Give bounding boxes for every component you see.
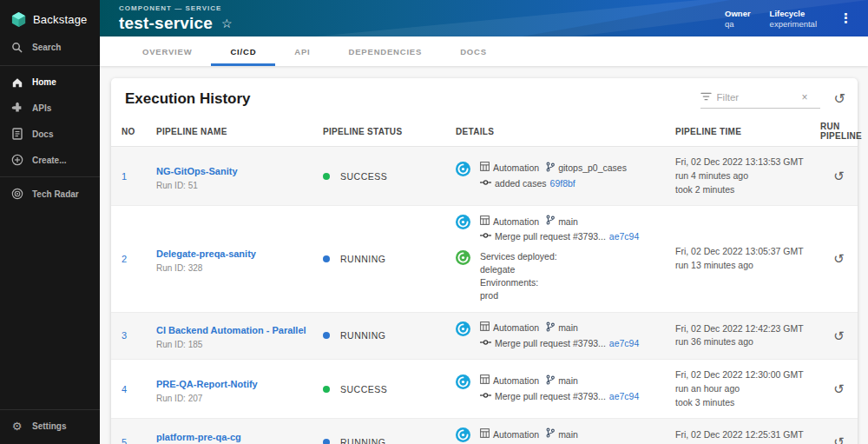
git-branch-icon (546, 427, 555, 441)
table-row: 1NG-GitOps-SanityRun ID: 51SUCCESSAutoma… (111, 147, 858, 206)
commit-icon (480, 177, 491, 190)
sidebar-nav: HomeAPIsDocsCreate...Tech Radar (0, 70, 100, 207)
detail-line: added cases69f8bf (480, 177, 627, 190)
entity-meta-owner: Ownerqa (725, 9, 751, 29)
card-title: Execution History (125, 90, 251, 108)
sidebar-item-home[interactable]: Home (0, 70, 100, 95)
sidebar-item-create[interactable]: Create... (0, 147, 100, 173)
tab-dependencies[interactable]: DEPENDENCIES (330, 36, 442, 66)
table-row: 2Delegate-preqa-sanityRun ID: 328RUNNING… (111, 206, 858, 312)
tab-api[interactable]: API (275, 36, 329, 66)
time-line: took 3 minutes (675, 396, 813, 410)
column-header: DETAILS (456, 127, 675, 136)
detail-text: Automationgitops_p0_casesadded cases69f8… (480, 162, 627, 190)
row-number: 1 (122, 171, 156, 182)
pipeline-name-link[interactable]: PRE-QA-Report-Notify (156, 379, 258, 389)
tab-overview[interactable]: OVERVIEW (123, 36, 211, 66)
run-id: Run ID: 207 (156, 394, 323, 403)
app-root: Backstage Search HomeAPIsDocsCreate...Te… (0, 0, 868, 444)
app-grid-icon (480, 321, 490, 335)
run-pipeline-cell: ↺ (820, 169, 858, 182)
pipeline-name-link[interactable]: Delegate-preqa-sanity (156, 249, 256, 259)
search-icon (10, 42, 23, 53)
detail-entry: AutomationmainMerge pull request #3793..… (456, 427, 667, 444)
detail-line: Automationmain (480, 321, 639, 335)
replay-pipeline-button[interactable]: ↺ (833, 382, 845, 395)
sidebar-item-apis[interactable]: APIs (0, 95, 100, 121)
time-line: run an hour ago (675, 382, 813, 396)
sidebar-item-search[interactable]: Search (0, 36, 100, 62)
ci-pipeline-icon (456, 374, 470, 403)
card-header: Execution History × ↺ (111, 78, 858, 116)
replay-pipeline-button[interactable]: ↺ (833, 169, 845, 182)
branch-name: main (558, 321, 578, 335)
time-line: Fri, 02 Dec 2022 12:30:00 GMT (675, 368, 813, 382)
commit-icon (480, 337, 491, 350)
column-header: NO (122, 127, 156, 136)
brand-name: Backstage (33, 13, 88, 26)
status-label: SUCCESS (340, 384, 387, 394)
branch-name: main (558, 215, 578, 229)
detail-line: Automationmain (480, 374, 639, 388)
detail-line: Automationgitops_p0_cases (480, 162, 627, 176)
sidebar-item-tech-radar[interactable]: Tech Radar (0, 181, 100, 207)
docs-icon (10, 128, 23, 140)
pipeline-name-cell: Delegate-preqa-sanityRun ID: 328 (156, 245, 323, 273)
row-number: 2 (122, 254, 156, 264)
replay-pipeline-button[interactable]: ↺ (833, 329, 845, 342)
tab-docs[interactable]: DOCS (441, 36, 506, 66)
commit-hash-link[interactable]: ae7c94 (609, 230, 639, 243)
commit-hash-link[interactable]: 69f8bf (550, 177, 575, 190)
entity-meta-lifecycle: Lifecycleexperimental (770, 9, 817, 29)
detail-text: Services deployed:delegateEnvironments:p… (480, 250, 557, 303)
app-name: Automation (493, 215, 539, 229)
favorite-star-icon[interactable]: ☆ (221, 17, 233, 30)
git-branch-icon (546, 162, 555, 176)
table-row: 4PRE-QA-Report-NotifyRun ID: 207SUCCESSA… (111, 360, 858, 419)
time-line: Fri, 02 Dec 2022 13:05:37 GMT (675, 245, 813, 259)
backstage-logo[interactable]: Backstage (0, 0, 100, 36)
ci-pipeline-icon (456, 427, 470, 444)
pipeline-name-cell: NG-GitOps-SanityRun ID: 51 (156, 162, 323, 190)
commit-message: added cases (495, 177, 547, 190)
pipeline-name-link[interactable]: NG-GitOps-Sanity (156, 166, 238, 176)
kebab-menu-icon[interactable]: ⋮ (836, 10, 856, 26)
app-grid-icon (480, 215, 490, 229)
page-title: test-service (119, 14, 213, 33)
pipeline-status-cell: RUNNING (323, 437, 456, 444)
replay-pipeline-button[interactable]: ↺ (833, 252, 845, 265)
meta-label: Owner (725, 9, 751, 18)
pipeline-name-cell: platform-pre-qa-cgRun ID: 231 (156, 428, 323, 444)
filter-clear-icon[interactable]: × (802, 91, 808, 103)
app-grid-icon (480, 374, 490, 388)
execution-history-card: Execution History × ↺ NOPIPELINE NAMEPIP… (111, 78, 858, 444)
git-branch-icon (546, 215, 555, 229)
entity-header: COMPONENT — SERVICE test-service ☆ Owner… (100, 0, 868, 36)
pipeline-name-link[interactable]: platform-pre-qa-cg (156, 432, 241, 442)
run-pipeline-cell: ↺ (820, 252, 858, 265)
main-area: Execution History × ↺ NOPIPELINE NAMEPIP… (100, 66, 868, 444)
commit-hash-link[interactable]: ae7c94 (609, 390, 639, 403)
sidebar-item-label: APIs (32, 103, 51, 113)
status-dot (323, 439, 330, 444)
pipeline-time-cell: Fri, 02 Dec 2022 13:05:37 GMTrun 13 minu… (675, 245, 820, 273)
pipeline-time-cell: Fri, 02 Dec 2022 12:25:31 GMTrun an hour… (675, 428, 820, 444)
status-dot (323, 255, 330, 262)
row-number: 4 (122, 384, 156, 394)
run-id: Run ID: 51 (156, 181, 323, 190)
sidebar-item-settings[interactable]: ⚙Settings (0, 414, 100, 439)
entity-header-right: OwnerqaLifecycleexperimental ⋮ (725, 9, 856, 29)
commit-hash-link[interactable]: ae7c94 (609, 337, 639, 350)
pipeline-status-cell: RUNNING (323, 330, 456, 341)
content-column: COMPONENT — SERVICE test-service ☆ Owner… (100, 0, 868, 444)
pipeline-name-link[interactable]: CI Backend Automation - Parallel (156, 325, 306, 335)
refresh-button[interactable]: ↺ (834, 92, 845, 106)
status-dot (323, 332, 330, 339)
tab-ci-cd[interactable]: CI/CD (211, 36, 275, 66)
filter-input[interactable] (717, 92, 797, 103)
pipeline-status-cell: RUNNING (323, 254, 456, 264)
replay-pipeline-button[interactable]: ↺ (833, 435, 845, 444)
entity-tabs: OVERVIEWCI/CDAPIDEPENDENCIESDOCS (100, 36, 868, 66)
sidebar-item-docs[interactable]: Docs (0, 121, 100, 147)
status-label: RUNNING (340, 437, 386, 444)
